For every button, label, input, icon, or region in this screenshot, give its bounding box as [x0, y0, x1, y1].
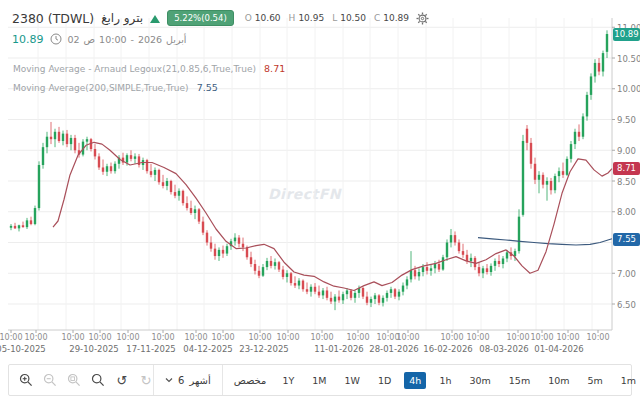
zoom-tools: ↺ ↻ — [9, 373, 153, 387]
candle — [346, 290, 348, 294]
chevron-down-icon — [165, 377, 173, 383]
candle — [62, 134, 64, 141]
candle — [506, 252, 508, 258]
zoom-in-icon[interactable] — [19, 373, 33, 387]
candle — [530, 143, 532, 164]
candle — [250, 257, 252, 264]
candle — [146, 160, 148, 171]
custom-range-button[interactable]: مخصص — [231, 375, 270, 386]
candle — [10, 226, 12, 228]
interval-1mo[interactable]: 1M — [307, 372, 331, 389]
candle — [106, 166, 108, 172]
candle — [430, 268, 432, 270]
candle — [242, 244, 244, 248]
candle — [434, 264, 436, 268]
candle — [150, 171, 152, 175]
candle — [522, 141, 524, 215]
candle — [410, 270, 412, 279]
candle — [554, 176, 556, 190]
indicator-alma: Moving Average - Arnaud Legoux(21,0.85,6… — [13, 63, 285, 74]
candle — [490, 266, 492, 272]
zoom-reset-icon[interactable] — [91, 373, 105, 387]
candle — [378, 295, 380, 302]
indicator-ma200-label: Moving Average(200,SIMPLE,True,True) — [13, 83, 189, 93]
low-label: L — [332, 13, 337, 23]
symbol-label: 2380 (TDWL) — [12, 11, 94, 26]
candle — [266, 261, 268, 267]
candle — [110, 166, 112, 171]
interval-5m[interactable]: 5m — [583, 372, 608, 389]
candle — [578, 132, 580, 137]
candle — [398, 292, 400, 297]
candle — [586, 95, 588, 117]
candle — [198, 209, 200, 221]
candle — [278, 262, 280, 269]
candle — [310, 287, 312, 292]
gear-icon[interactable] — [416, 11, 430, 25]
chart-toolbar: ↺ ↻ 6 أشهر مخصص 1Y 1M 1W 1D 4h 1h 30m 15… — [8, 364, 632, 396]
candle — [446, 243, 448, 258]
interval-1y[interactable]: 1Y — [277, 372, 299, 389]
candle — [86, 139, 88, 141]
candle — [298, 281, 300, 286]
candle — [50, 137, 52, 139]
company-name-arabic: بترو رابغ — [101, 11, 143, 25]
candle — [450, 235, 452, 242]
candle — [70, 138, 72, 144]
interval-15m[interactable]: 15m — [504, 372, 535, 389]
candle — [186, 203, 188, 208]
datetime-meridiem: ص — [84, 34, 96, 45]
interval-1h[interactable]: 1h — [434, 372, 456, 389]
indicator-ma200-value: 7.55 — [197, 82, 218, 93]
box-zoom-icon[interactable] — [67, 373, 81, 387]
candle — [454, 235, 456, 242]
candle — [518, 217, 520, 251]
candle — [306, 289, 308, 291]
candle — [370, 299, 372, 303]
candle — [270, 261, 272, 266]
candle — [354, 293, 356, 298]
candle — [274, 262, 276, 266]
last-price-row: 10.89 02 ص 10:00 - 2026 أبريل — [12, 31, 186, 47]
range-value-word: أشهر — [189, 375, 210, 386]
high-value: 10.95 — [298, 13, 324, 23]
candle — [538, 175, 540, 180]
range-dropdown[interactable]: 6 أشهر — [153, 365, 223, 395]
candle — [338, 297, 340, 301]
interval-10m[interactable]: 10m — [543, 372, 574, 389]
candle — [262, 267, 264, 276]
candle — [14, 226, 16, 228]
candle — [486, 268, 488, 272]
indicator-alma-value: 8.71 — [264, 63, 285, 74]
datetime-label: 02 ص 10:00 - 2026 أبريل — [68, 34, 187, 45]
interval-30m[interactable]: 30m — [464, 372, 495, 389]
interval-4h[interactable]: 4h — [404, 372, 426, 389]
undo-icon[interactable]: ↺ — [115, 373, 129, 387]
candle — [214, 249, 216, 256]
candle — [438, 264, 440, 270]
candle — [374, 295, 376, 299]
price-chart[interactable] — [0, 0, 640, 362]
candle — [470, 258, 472, 261]
datetime-year: 2026 — [138, 34, 162, 45]
candle — [58, 132, 60, 141]
candle — [218, 250, 220, 256]
candle — [194, 209, 196, 213]
ohlc-values: O10.60 H10.95 L10.50 C10.89 — [245, 13, 409, 23]
close-value: 10.89 — [383, 13, 409, 23]
candle — [534, 164, 536, 180]
datetime-time: 10:00 — [99, 34, 126, 45]
candle — [466, 255, 468, 261]
interval-1w[interactable]: 1W — [340, 372, 365, 389]
zoom-out-icon[interactable] — [43, 373, 57, 387]
candle — [22, 225, 24, 227]
candle — [594, 63, 596, 77]
candle — [606, 34, 608, 52]
candle — [442, 257, 444, 269]
redo-icon[interactable]: ↻ — [139, 373, 153, 387]
candle — [182, 191, 184, 203]
interval-1d[interactable]: 1D — [373, 372, 396, 389]
candle — [30, 220, 32, 224]
candle — [254, 264, 256, 271]
interval-1m[interactable]: 1m — [616, 372, 640, 389]
